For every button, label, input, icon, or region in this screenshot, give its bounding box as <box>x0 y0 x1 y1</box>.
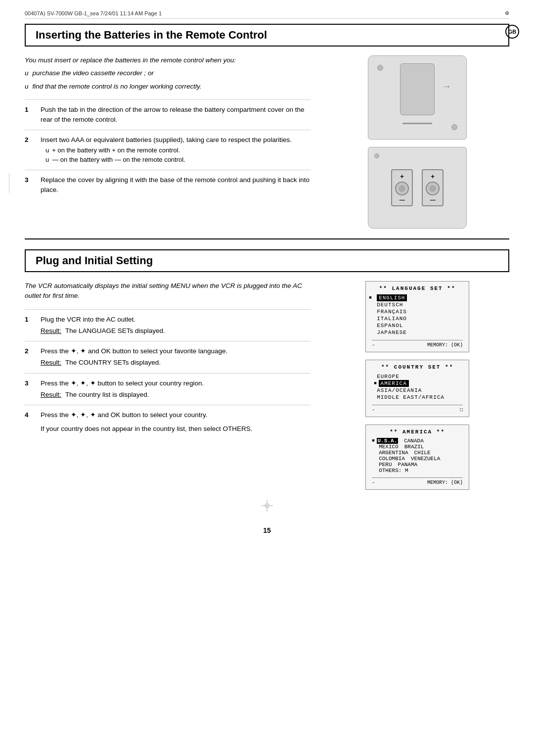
america-row-2: ARGENTINA CHILE <box>379 450 463 456</box>
america-marker: ■ <box>372 438 374 443</box>
section2-content: The VCR automatically displays the initi… <box>25 281 509 490</box>
step-2-2: 2 Press the ✦, ✦ and OK button to select… <box>25 341 311 373</box>
language-item-japanese: JAPANESE <box>377 329 463 336</box>
step-2-3-content: Press the ✦, ✦, ✦ button to select your … <box>41 378 311 400</box>
america-others: OTHERS: M <box>379 468 408 473</box>
step-2-1-result: Result: The LANGUAGE SETs displayed. <box>41 326 311 336</box>
language-marker: ■ <box>369 295 371 300</box>
country-screen-title: ** COUNTRY SET ** <box>372 364 463 370</box>
america-row-4: PERU PANAMA <box>379 462 463 468</box>
language-list: ■ ENGLISH DEUTSCH FRANÇAIS ITALIANO ESPA… <box>372 294 463 336</box>
country-item-mideast: MIDDLE EAST/AFRICA <box>377 394 463 401</box>
sub-bullet-minus: u — on the battery with — on the remote … <box>45 155 311 165</box>
step-2-2-result: Result: The COUNTRY SETs displayed. <box>41 358 311 368</box>
section2-left-col: The VCR automatically displays the initi… <box>25 281 311 490</box>
america-colombia: COLOMBIA <box>379 456 405 462</box>
header-text: 00407A) SV-7000W GB-1_sea 7/24/01 11:14 … <box>25 10 162 16</box>
gb-badge: GB <box>505 25 519 39</box>
america-brazil: BRAZIL <box>404 444 424 450</box>
america-row-5: OTHERS: M <box>379 468 463 473</box>
language-item-deutsch: DEUTSCH <box>377 301 463 308</box>
america-screen-bottom: - MEMORY: (OK) <box>372 477 463 485</box>
step-1-1-content: Push the tab in the direction of the arr… <box>41 105 311 125</box>
language-set-screen: ** LANGUAGE SET ** ■ ENGLISH DEUTSCH FRA… <box>365 281 469 352</box>
america-row-0: ■ U.S.A. CANADA <box>372 438 463 444</box>
page-container: 00407A) SV-7000W GB-1_sea 7/24/01 11:14 … <box>0 0 534 756</box>
section1-intro: You must insert or replace the batteries… <box>25 55 311 92</box>
america-canada: CANADA <box>404 438 424 444</box>
step-2-1-content: Plug the VCR into the AC outlet. Result:… <box>41 315 311 336</box>
battery-minus-1: — <box>400 197 405 203</box>
step-1-3-content: Replace the cover by aligning it with th… <box>41 175 311 195</box>
section1-content: You must insert or replace the batteries… <box>25 55 509 229</box>
country-item-america-row: ■ AMERICA <box>374 380 463 387</box>
country-item-america: AMERICA <box>379 380 409 387</box>
battery-plus-2: + <box>431 173 435 180</box>
section1-left-col: You must insert or replace the batteries… <box>25 55 311 229</box>
bullet-1: u purchase the video cassette recorder ;… <box>25 68 311 78</box>
step-2-4-content: Press the ✦, ✦, ✦ and OK button to selec… <box>41 410 311 434</box>
page-crosshair <box>25 500 509 512</box>
battery-minus-2: — <box>430 197 436 203</box>
step-1-2-content: Insert two AAA or equivalent batteries (… <box>41 135 311 164</box>
america-set-screen: ** AMERICA ** ■ U.S.A. CANADA MEXICO BRA… <box>365 425 469 490</box>
language-item-espanol: ESPANOL <box>377 322 463 329</box>
step-1-3: 3 Replace the cover by aligning it with … <box>25 170 311 200</box>
sub-bullet-plus: u + on the battery with + on the remote … <box>45 145 311 155</box>
step-2-4: 4 Press the ✦, ✦, ✦ and OK button to sel… <box>25 405 311 439</box>
country-marker: ■ <box>374 381 376 386</box>
section2-right-col: ** LANGUAGE SET ** ■ ENGLISH DEUTSCH FRA… <box>325 281 509 490</box>
step-2-3-result: Result: The country list is displayed. <box>41 390 311 400</box>
step-1-2: 2 Insert two AAA or equivalent batteries… <box>25 130 311 169</box>
page-marker: ⊕ <box>505 10 509 16</box>
arrow-icon: → <box>442 81 451 92</box>
section2-title-box: Plug and Initial Setting <box>25 249 509 272</box>
step-2-3: 3 Press the ✦, ✦, ✦ button to select you… <box>25 373 311 405</box>
america-list: ■ U.S.A. CANADA MEXICO BRAZIL ARGENTINA <box>372 438 463 473</box>
remote-illustration-top: → <box>368 55 467 140</box>
section-divider <box>25 238 509 239</box>
remote-illustration-battery: + — + — <box>368 147 467 229</box>
section-batteries: Inserting the Batteries in the Remote Co… <box>25 24 509 229</box>
america-panama: PANAMA <box>398 462 418 468</box>
country-item-europe: EUROPE <box>377 373 463 380</box>
left-margin-mark-1 <box>9 173 9 193</box>
page-header: 00407A) SV-7000W GB-1_sea 7/24/01 11:14 … <box>25 10 509 19</box>
step-2-1: 1 Plug the VCR into the AC outlet. Resul… <box>25 309 311 341</box>
country-list: EUROPE ■ AMERICA ASIA/OCEANIA MIDDLE EAS… <box>372 373 463 401</box>
america-chile: CHILE <box>414 450 431 456</box>
america-peru: PERU <box>379 462 392 468</box>
country-set-screen: ** COUNTRY SET ** EUROPE ■ AMERICA ASIA/… <box>365 360 469 417</box>
section1-title-box: Inserting the Batteries in the Remote Co… <box>25 24 509 47</box>
step-1-1: 1 Push the tab in the direction of the a… <box>25 99 311 130</box>
page-number: 15 <box>25 526 509 534</box>
step-2-2-content: Press the ✦, ✦ and OK button to select y… <box>41 346 311 368</box>
section-plug: Plug and Initial Setting The VCR automat… <box>25 249 509 490</box>
section1-title: Inserting the Batteries in the Remote Co… <box>36 29 498 42</box>
battery-plus-1: + <box>400 173 404 180</box>
language-item-english: ENGLISH <box>377 294 407 301</box>
language-screen-title: ** LANGUAGE SET ** <box>372 285 463 291</box>
section2-intro: The VCR automatically displays the initi… <box>25 281 311 301</box>
crosshair-icon <box>261 500 273 512</box>
america-screen-title: ** AMERICA ** <box>372 429 463 435</box>
step-2-4-note: If your country does not appear in the c… <box>41 424 311 434</box>
bullet-2: u find that the remote control is no lon… <box>25 82 311 92</box>
america-usa: U.S.A. <box>377 438 399 444</box>
language-screen-bottom: - MEMORY: (OK) <box>372 340 463 348</box>
america-argentina: ARGENTINA <box>379 450 408 456</box>
language-item-francais: FRANÇAIS <box>377 308 463 315</box>
america-row-1: MEXICO BRAZIL <box>379 444 463 450</box>
section1-right-col: → + — <box>325 55 509 229</box>
america-row-3: COLOMBIA VENEZUELA <box>379 456 463 462</box>
language-item-italiano: ITALIANO <box>377 315 463 322</box>
country-screen-bottom: - □ <box>372 405 463 413</box>
america-mexico: MEXICO <box>379 444 399 450</box>
country-item-asia: ASIA/OCEANIA <box>377 387 463 394</box>
section2-title: Plug and Initial Setting <box>36 254 498 267</box>
america-venezuela: VENEZUELA <box>411 456 440 462</box>
